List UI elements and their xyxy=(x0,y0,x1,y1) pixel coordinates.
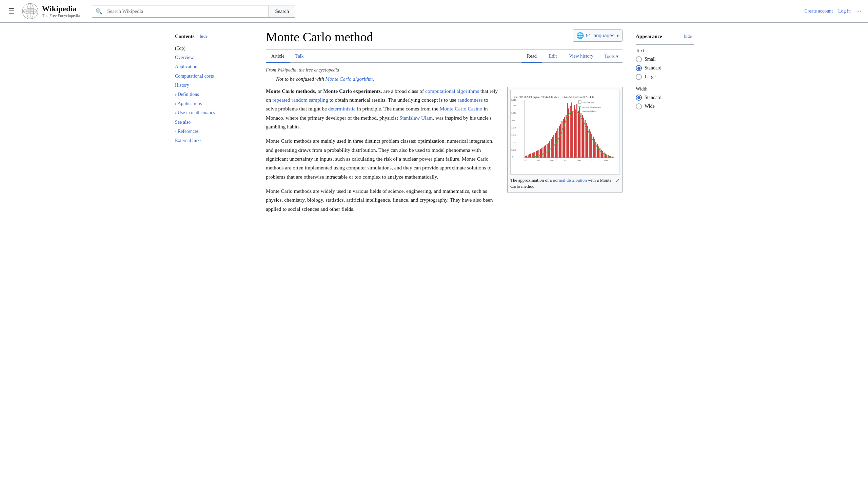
appearance-header: Appearance hide xyxy=(636,33,694,40)
more-options-icon[interactable]: ··· xyxy=(856,7,861,15)
svg-text:normal distribution: normal distribution xyxy=(583,106,601,108)
main-layout: Contents hide (Top)OverviewApplicationCo… xyxy=(163,23,705,226)
languages-button[interactable]: 🌐 51 languages ▾ xyxy=(573,29,623,42)
svg-rect-60 xyxy=(563,119,564,158)
toc-item-applications[interactable]: ›Applications xyxy=(175,99,252,108)
tab-read[interactable]: Read xyxy=(521,51,542,63)
text-small-option[interactable]: Small xyxy=(636,56,694,62)
site-tagline: The Free Encyclopedia xyxy=(42,13,80,18)
chart-caption: ⤢ The approximation of a normal distribu… xyxy=(510,177,619,189)
create-account-link[interactable]: Create account xyxy=(804,8,833,14)
toc-item-application[interactable]: Application xyxy=(175,62,252,71)
log-in-link[interactable]: Log in xyxy=(838,8,851,14)
site-logo[interactable]: Wikipedia The Free Encyclopedia xyxy=(22,3,80,20)
search-input[interactable] xyxy=(106,6,269,17)
svg-text:0: 0 xyxy=(512,156,514,158)
caption-text-prefix: The approximation of a xyxy=(510,178,553,183)
text-standard-radio[interactable] xyxy=(636,65,642,71)
right-tabs: Read Edit View history Tools ▾ xyxy=(521,51,623,62)
not-confused-text: Not to be confused with xyxy=(276,76,324,82)
svg-rect-64 xyxy=(568,108,569,158)
search-form: 🔍 Search xyxy=(92,5,295,18)
toc-link-references[interactable]: References xyxy=(178,127,199,136)
svg-rect-67 xyxy=(572,112,573,158)
width-standard-radio[interactable] xyxy=(636,95,642,101)
svg-text:200: 200 xyxy=(524,159,527,162)
toc-item-external-links[interactable]: External links xyxy=(175,136,252,145)
computational-algorithms-link[interactable]: computational algorithms xyxy=(425,88,479,94)
toc-link-application[interactable]: Application xyxy=(175,64,197,69)
svg-rect-43 xyxy=(540,149,541,158)
randomness-link[interactable]: randomness xyxy=(458,97,483,103)
menu-icon[interactable]: ☰ xyxy=(7,5,16,17)
appearance-hide-button[interactable]: hide xyxy=(682,33,694,40)
stanislaw-ulam-link[interactable]: Stanislaw Ulam xyxy=(399,115,433,121)
toc-link-applications[interactable]: Applications xyxy=(178,99,202,108)
toc-item-overview[interactable]: Overview xyxy=(175,53,252,62)
text-large-option[interactable]: Large xyxy=(636,74,694,80)
chevron-down-icon: ▾ xyxy=(616,33,619,38)
toc-item-use-in-mathematics[interactable]: ›Use in mathematics xyxy=(175,108,252,117)
svg-rect-65 xyxy=(570,106,571,158)
repeated-random-sampling-link[interactable]: repeated random sampling xyxy=(272,97,328,103)
svg-rect-44 xyxy=(541,148,542,158)
toc-expand-icon-applications[interactable]: › xyxy=(175,100,176,107)
toc-link-definitions[interactable]: Definitions xyxy=(178,90,199,99)
toc-item-definitions[interactable]: ›Definitions xyxy=(175,90,252,99)
expand-icon[interactable]: ⤢ xyxy=(615,177,619,184)
svg-text:0.004: 0.004 xyxy=(511,141,516,144)
toc-item-history[interactable]: History xyxy=(175,81,252,90)
tab-view-history[interactable]: View history xyxy=(564,51,599,63)
monte-carlo-casino-link[interactable]: Monte Carlo Casino xyxy=(440,106,482,111)
svg-text:0.014: 0.014 xyxy=(511,104,516,107)
width-wide-radio[interactable] xyxy=(636,103,642,109)
svg-text:0.006: 0.006 xyxy=(511,134,516,137)
toc-link-history[interactable]: History xyxy=(175,83,189,88)
toc-link-see-also[interactable]: See also xyxy=(175,120,191,125)
languages-count: 51 languages xyxy=(586,33,614,38)
toc-expand-icon-use-in-mathematics[interactable]: › xyxy=(175,109,176,116)
normal-distribution-link[interactable]: normal distribution xyxy=(553,178,587,183)
toc-item-see-also[interactable]: See also xyxy=(175,118,252,127)
toc-expand-icon-references[interactable]: › xyxy=(175,128,176,135)
toc-item-references[interactable]: ›References xyxy=(175,127,252,136)
svg-rect-68 xyxy=(574,105,575,158)
svg-rect-57 xyxy=(559,126,560,158)
toc-link-use-in-mathematics[interactable]: Use in mathematics xyxy=(178,108,215,117)
toc-item-top[interactable]: (Top) xyxy=(175,44,252,53)
text-size-label: Text xyxy=(636,48,694,54)
width-standard-label: Standard xyxy=(645,95,662,100)
toc-expand-icon-definitions[interactable]: › xyxy=(175,91,176,98)
svg-text:800: 800 xyxy=(604,159,608,162)
toc-link-computational-costs[interactable]: Computational costs xyxy=(175,74,214,79)
text-large-radio[interactable] xyxy=(636,74,642,80)
tab-article[interactable]: Article xyxy=(266,51,290,63)
width-wide-option[interactable]: Wide xyxy=(636,103,694,109)
monte-carlo-chart: mu: 502.062500, sigma: 93.544358, skew: … xyxy=(511,90,619,174)
svg-rect-71 xyxy=(578,111,579,158)
tab-talk[interactable]: Talk xyxy=(290,51,309,63)
monte-carlo-algorithm-link[interactable]: Monte Carlo algorithm xyxy=(325,76,373,82)
svg-rect-54 xyxy=(555,133,556,158)
svg-text:mu: 502.062500, sigma: 93.5443: mu: 502.062500, sigma: 93.544358, skew: … xyxy=(514,96,594,99)
deterministic-link[interactable]: deterministic xyxy=(328,106,356,111)
search-button[interactable]: Search xyxy=(269,6,295,17)
svg-text:standard slices: standard slices xyxy=(583,110,596,113)
text-small-radio[interactable] xyxy=(636,56,642,62)
tab-edit[interactable]: Edit xyxy=(544,51,562,63)
wikipedia-globe-icon xyxy=(22,3,39,20)
width-standard-option[interactable]: Standard xyxy=(636,95,694,101)
text-standard-option[interactable]: Standard xyxy=(636,65,694,71)
svg-rect-42 xyxy=(538,150,539,158)
text-small-label: Small xyxy=(645,57,656,62)
svg-text:0.002: 0.002 xyxy=(511,149,516,151)
appearance-divider-1 xyxy=(636,44,694,45)
svg-rect-88 xyxy=(601,150,602,158)
article-header: Monte Carlo method 🌐 51 languages ▾ xyxy=(266,29,623,49)
toc-link-top[interactable]: (Top) xyxy=(175,46,185,51)
toc-link-overview[interactable]: Overview xyxy=(175,55,194,60)
contents-hide-button[interactable]: hide xyxy=(198,33,210,40)
tools-button[interactable]: Tools ▾ xyxy=(600,51,623,62)
toc-link-external-links[interactable]: External links xyxy=(175,138,201,143)
toc-item-computational-costs[interactable]: Computational costs xyxy=(175,72,252,81)
